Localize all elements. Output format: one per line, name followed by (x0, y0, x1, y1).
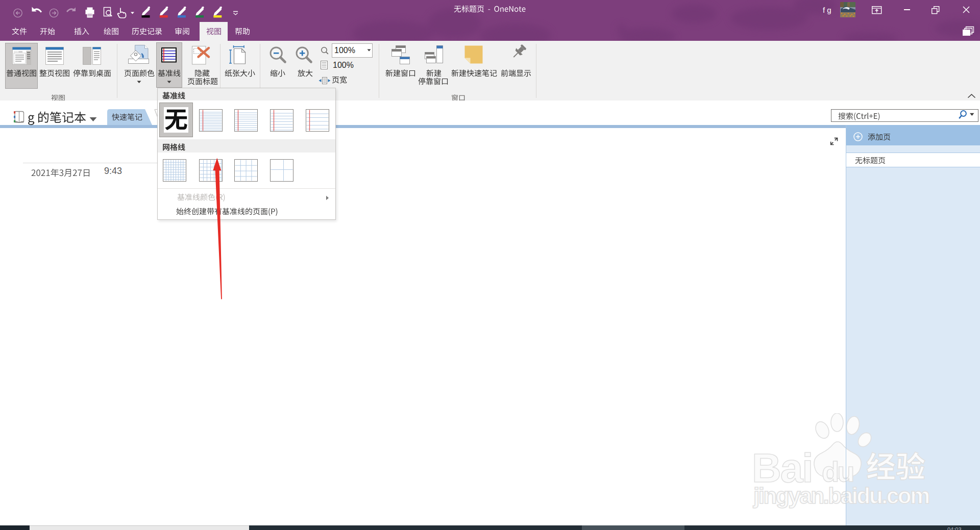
svg-text:du: du (822, 456, 853, 488)
